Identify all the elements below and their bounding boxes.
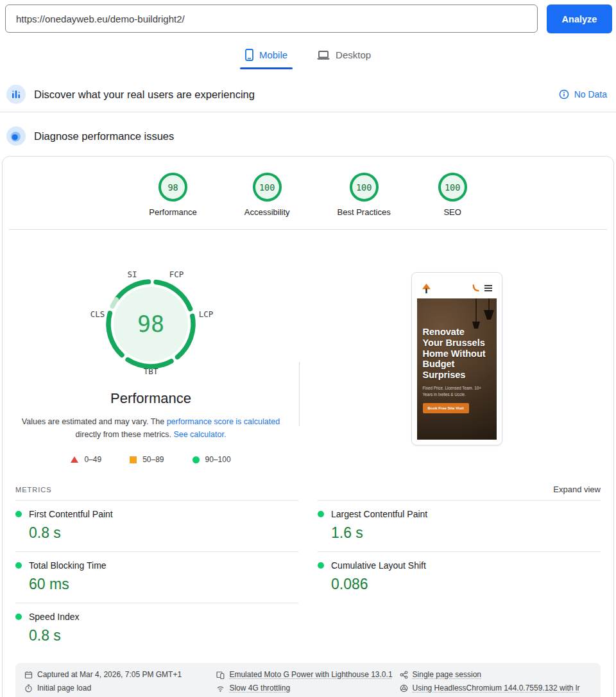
site-header bbox=[417, 278, 497, 298]
tab-mobile-label: Mobile bbox=[259, 49, 287, 60]
url-toolbar: Analyze bbox=[0, 0, 616, 33]
chromium-icon bbox=[400, 684, 408, 693]
session-share-icon bbox=[400, 671, 408, 679]
score-ring: 100 bbox=[350, 173, 379, 202]
screenshot-content: Renovate Your Brussels Home Without Budg… bbox=[417, 278, 497, 440]
gauge-category-label: Performance bbox=[110, 390, 191, 407]
legend-pass: 90–100 bbox=[193, 455, 231, 464]
performance-overview: SI FCP LCP TBT CLS 98 bbox=[3, 230, 613, 476]
metric-value: 0.8 s bbox=[29, 627, 298, 644]
metrics-section: METRICS Expand view First Contentful Pai… bbox=[3, 476, 613, 697]
metric-value: 0.8 s bbox=[29, 524, 298, 542]
site-hero: Renovate Your Brussels Home Without Budg… bbox=[417, 298, 497, 440]
metric-speed-index: Speed Index 0.8 s bbox=[15, 603, 298, 654]
score-disclaimer: Values are estimated and may vary. The p… bbox=[20, 415, 282, 441]
metric-first-contentful-paint: First Contentful Paint 0.8 s bbox=[15, 500, 298, 551]
calc-link-1[interactable]: performance score is calculated bbox=[167, 417, 280, 426]
score-legend: 0–49 50–89 90–100 bbox=[71, 455, 230, 476]
site-menu-icon bbox=[484, 284, 492, 293]
diagnose-gauge-icon bbox=[6, 126, 26, 146]
fail-triangle-icon bbox=[71, 456, 78, 463]
run-details-footer: Captured at Mar 4, 2026, 7:05 PM GMT+1 E… bbox=[15, 663, 601, 697]
metrics-left-column: First Contentful Paint 0.8 s Total Block… bbox=[15, 500, 298, 654]
no-data-label: No Data bbox=[574, 89, 607, 99]
score-best-practices[interactable]: 100 Best Practices bbox=[338, 173, 391, 217]
pendant-lamps bbox=[468, 298, 495, 346]
disclaimer-text: Values are estimated and may vary. The bbox=[22, 417, 167, 426]
hero-cta-button: Book Free Site Visit bbox=[423, 403, 469, 413]
hero-subtext: Fixed Price. Licensed Team. 10+ Years in… bbox=[423, 385, 482, 397]
metrics-heading: METRICS bbox=[15, 486, 52, 494]
stopwatch-icon bbox=[24, 684, 33, 693]
score-seo[interactable]: 100 SEO bbox=[438, 173, 467, 217]
site-phone-icon bbox=[472, 284, 479, 292]
emulated-device[interactable]: Emulated Moto G Power with Lighthouse 13… bbox=[216, 670, 399, 679]
score-ring: 100 bbox=[438, 173, 467, 202]
metric-largest-contentful-paint: Largest Contentful Paint 1.6 s bbox=[318, 500, 601, 551]
legend-fail: 0–49 bbox=[71, 455, 101, 464]
gauge-mark-lcp: LCP bbox=[199, 309, 214, 319]
final-screenshot-thumbnail[interactable]: Renovate Your Brussels Home Without Budg… bbox=[411, 272, 502, 445]
real-users-icon bbox=[6, 85, 26, 104]
url-input[interactable] bbox=[5, 4, 538, 33]
disclaimer-text: directly from these metrics. bbox=[76, 430, 174, 439]
score-performance[interactable]: 98 Performance bbox=[149, 173, 196, 217]
tab-desktop-label: Desktop bbox=[336, 49, 371, 60]
screenshot-column: Renovate Your Brussels Home Without Budg… bbox=[300, 266, 613, 476]
lighthouse-report-card: 98 Performance 100 Accessibility 100 Bes… bbox=[2, 156, 614, 697]
browser-version[interactable]: Using HeadlessChromium 144.0.7559.132 wi… bbox=[400, 684, 592, 693]
page-load-type: Initial page load bbox=[24, 684, 216, 693]
calendar-icon bbox=[24, 671, 33, 679]
average-square-icon bbox=[130, 456, 137, 463]
pass-dot-icon bbox=[15, 562, 22, 569]
metric-cumulative-layout-shift: Cumulative Layout Shift 0.086 bbox=[318, 551, 601, 603]
throttling[interactable]: Slow 4G throttling bbox=[216, 684, 399, 693]
category-scores: 98 Performance 100 Accessibility 100 Bes… bbox=[3, 157, 613, 229]
no-data-badge[interactable]: No Data bbox=[559, 89, 610, 99]
pass-dot-icon bbox=[15, 511, 22, 517]
calc-link-2[interactable]: See calculator. bbox=[173, 430, 226, 439]
captured-at: Captured at Mar 4, 2026, 7:05 PM GMT+1 bbox=[24, 670, 216, 679]
score-ring: 98 bbox=[158, 173, 187, 202]
metric-value: 60 ms bbox=[29, 576, 298, 593]
performance-gauge-column: SI FCP LCP TBT CLS 98 bbox=[3, 266, 299, 476]
pass-dot-icon bbox=[318, 562, 324, 569]
mobile-phone-icon bbox=[245, 49, 253, 61]
metrics-right-column: Largest Contentful Paint 1.6 s Cumulativ… bbox=[318, 500, 601, 654]
device-emulation-icon bbox=[216, 671, 225, 679]
network-signal-icon bbox=[216, 684, 225, 693]
field-data-title: Discover what your real users are experi… bbox=[34, 89, 255, 101]
gauge-score-value: 98 bbox=[137, 311, 164, 337]
performance-gauge: SI FCP LCP TBT CLS 98 bbox=[45, 266, 257, 389]
analyze-button[interactable]: Analyze bbox=[547, 4, 612, 33]
metric-total-blocking-time: Total Blocking Time 60 ms bbox=[15, 551, 298, 603]
pass-circle-icon bbox=[193, 456, 200, 463]
tab-mobile[interactable]: Mobile bbox=[245, 49, 287, 69]
metrics-header: METRICS Expand view bbox=[15, 476, 601, 500]
session-type[interactable]: Single page session bbox=[400, 670, 592, 679]
field-data-row: Discover what your real users are experi… bbox=[0, 77, 616, 112]
lab-data-row: Diagnose performance issues bbox=[0, 119, 616, 153]
pass-dot-icon bbox=[318, 511, 324, 517]
site-logo-icon bbox=[422, 283, 431, 294]
pass-dot-icon bbox=[15, 614, 22, 620]
score-ring: 100 bbox=[253, 173, 282, 202]
legend-average: 50–89 bbox=[130, 455, 164, 464]
score-accessibility[interactable]: 100 Accessibility bbox=[244, 173, 290, 217]
metric-value: 0.086 bbox=[331, 576, 601, 593]
device-tabs: Mobile Desktop bbox=[0, 49, 616, 69]
expand-view-button[interactable]: Expand view bbox=[553, 485, 601, 494]
info-icon bbox=[559, 89, 569, 99]
metric-value: 1.6 s bbox=[331, 524, 601, 542]
lab-data-title: Diagnose performance issues bbox=[34, 130, 174, 142]
tab-desktop[interactable]: Desktop bbox=[317, 49, 371, 69]
desktop-laptop-icon bbox=[317, 50, 330, 60]
